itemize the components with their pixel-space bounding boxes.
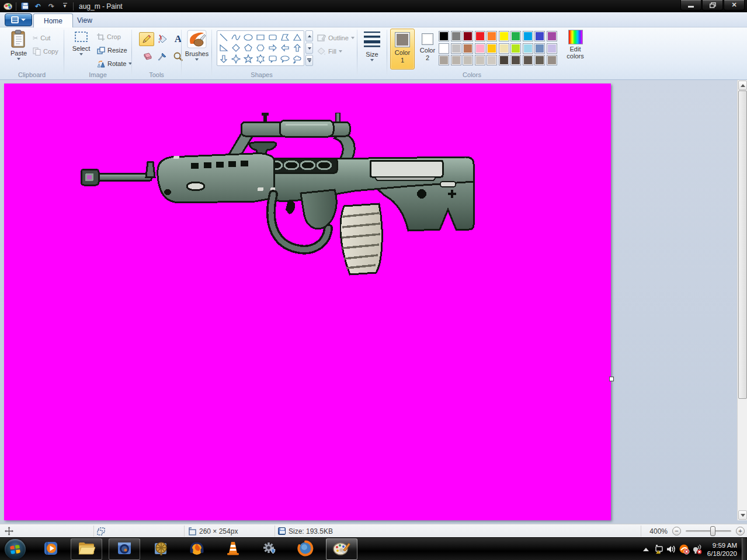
palette-swatch[interactable] <box>463 55 473 65</box>
shape-line-icon[interactable] <box>218 32 230 43</box>
zoom-out-button[interactable]: − <box>672 527 681 535</box>
palette-swatch[interactable] <box>475 43 485 54</box>
taskbar-app-paint[interactable] <box>326 538 357 560</box>
shapes-scroll-up-button[interactable] <box>305 30 313 41</box>
palette-swatch[interactable] <box>475 55 485 65</box>
shape-four-point-star-icon[interactable] <box>230 54 242 64</box>
shape-up-arrow-icon[interactable] <box>291 43 303 53</box>
vertical-scrollbar[interactable] <box>737 80 747 520</box>
show-hidden-icons-button[interactable] <box>640 544 652 555</box>
drawing-canvas[interactable] <box>4 84 611 520</box>
zoom-slider[interactable] <box>686 530 731 532</box>
fill-tool-button[interactable] <box>155 32 170 46</box>
palette-swatch[interactable] <box>499 31 509 41</box>
palette-swatch[interactable] <box>547 31 557 41</box>
shape-five-point-star-icon[interactable] <box>242 54 255 64</box>
minimize-button[interactable] <box>680 0 701 11</box>
shape-cloud-callout-icon[interactable] <box>291 54 303 64</box>
taskbar-app-compass-app[interactable] <box>145 538 176 560</box>
color2-button[interactable]: Color 2 <box>415 29 440 69</box>
application-menu-button[interactable] <box>5 13 32 26</box>
sync-blocked-icon[interactable] <box>678 544 691 555</box>
pencil-tool-button[interactable] <box>139 32 154 46</box>
paint-logo-icon[interactable] <box>2 2 13 11</box>
scrollbar-thumb[interactable] <box>738 91 747 399</box>
palette-swatch[interactable] <box>451 43 461 54</box>
canvas-resize-handle[interactable] <box>609 377 614 381</box>
shape-right-arrow-icon[interactable] <box>266 43 279 53</box>
size-button[interactable]: Size <box>360 31 384 61</box>
start-button[interactable] <box>5 539 26 559</box>
palette-swatch[interactable] <box>510 31 521 41</box>
palette-swatch[interactable] <box>451 31 461 41</box>
copy-button[interactable]: Copy <box>33 46 58 57</box>
taskbar-app-system-utility[interactable] <box>253 538 285 560</box>
shape-hexagon-icon[interactable] <box>255 43 267 53</box>
zoom-slider-thumb[interactable] <box>710 526 715 536</box>
palette-swatch[interactable] <box>534 55 545 65</box>
shape-pentagon-icon[interactable] <box>242 43 255 53</box>
shape-curve-icon[interactable] <box>230 32 242 43</box>
paste-button[interactable]: Paste <box>6 30 32 60</box>
palette-swatch[interactable] <box>499 43 509 54</box>
shapes-scroll-down-button[interactable] <box>305 43 313 54</box>
restore-button[interactable] <box>702 0 723 11</box>
shape-oval-callout-icon[interactable] <box>279 54 291 64</box>
shape-rectangle-icon[interactable] <box>255 32 267 43</box>
volume-icon[interactable] <box>665 544 678 555</box>
taskbar-app-vlc[interactable] <box>217 538 249 560</box>
cut-button[interactable]: ✂ Cut <box>33 32 50 44</box>
palette-swatch[interactable] <box>487 31 497 41</box>
color-picker-tool-button[interactable] <box>155 50 170 64</box>
palette-swatch[interactable] <box>499 55 509 65</box>
palette-swatch[interactable] <box>487 55 497 65</box>
close-button[interactable]: ✕ <box>724 0 745 11</box>
taskbar-app-firefox[interactable] <box>290 538 321 560</box>
device-blocked-icon[interactable] <box>691 544 704 555</box>
palette-swatch[interactable] <box>439 55 449 65</box>
network-status-icon[interactable] <box>652 544 665 555</box>
shape-left-arrow-icon[interactable] <box>279 43 291 53</box>
palette-swatch[interactable] <box>463 31 473 41</box>
palette-swatch[interactable] <box>439 31 449 41</box>
palette-swatch[interactable] <box>534 31 545 41</box>
palette-swatch[interactable] <box>439 43 449 54</box>
show-desktop-button[interactable] <box>742 538 747 560</box>
shape-triangle-icon[interactable] <box>291 32 303 43</box>
shape-six-point-star-icon[interactable] <box>255 54 267 64</box>
fill-button[interactable]: Fill <box>317 46 342 57</box>
redo-icon[interactable]: ↷ <box>46 2 57 11</box>
shape-right-triangle-icon[interactable] <box>218 43 230 53</box>
scroll-down-button[interactable] <box>738 510 747 520</box>
shape-diamond-icon[interactable] <box>230 43 242 53</box>
resize-button[interactable]: Resize <box>97 44 127 56</box>
save-icon[interactable] <box>19 2 30 11</box>
select-button[interactable]: Select <box>69 31 93 55</box>
undo-icon[interactable]: ↶ <box>33 2 43 11</box>
palette-swatch[interactable] <box>487 43 497 54</box>
palette-swatch[interactable] <box>547 55 557 65</box>
palette-swatch[interactable] <box>463 43 473 54</box>
shape-polygon-icon[interactable] <box>279 32 291 43</box>
color1-button[interactable]: Color 1 <box>390 29 415 69</box>
edit-colors-button[interactable]: Edit colors <box>560 30 590 60</box>
shape-rounded-callout-icon[interactable] <box>266 54 279 64</box>
palette-swatch[interactable] <box>475 31 485 41</box>
palette-swatch[interactable] <box>510 55 521 65</box>
rotate-button[interactable]: Rotate <box>97 58 132 69</box>
shape-ellipse-icon[interactable] <box>242 32 255 43</box>
taskbar-clock[interactable]: 9:59 AM 6/18/2020 <box>707 541 737 558</box>
outline-button[interactable]: Outline <box>317 32 355 44</box>
zoom-in-button[interactable]: + <box>736 527 745 535</box>
eraser-tool-button[interactable] <box>139 50 154 64</box>
palette-swatch[interactable] <box>523 55 533 65</box>
taskbar-app-windows-media-player[interactable] <box>35 538 67 560</box>
palette-swatch[interactable] <box>523 31 533 41</box>
qat-customize-icon[interactable]: ▼ <box>60 2 70 11</box>
shape-rounded-rectangle-icon[interactable] <box>266 32 279 43</box>
brushes-button[interactable]: Brushes <box>183 30 210 61</box>
crop-button[interactable]: Crop <box>97 31 121 43</box>
palette-swatch[interactable] <box>523 43 533 54</box>
scroll-up-button[interactable] <box>738 81 747 90</box>
taskbar-app-winamp[interactable] <box>181 538 213 560</box>
